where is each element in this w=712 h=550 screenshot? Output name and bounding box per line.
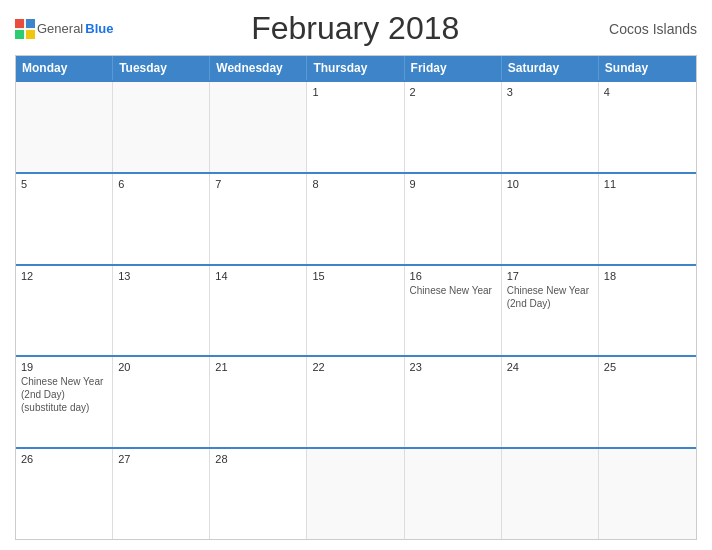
day-number: 12: [21, 270, 107, 282]
day-number: 19: [21, 361, 107, 373]
calendar-cell: [113, 82, 210, 172]
day-header-monday: Monday: [16, 56, 113, 80]
calendar-cell: 24: [502, 357, 599, 447]
calendar-week-5: 262728: [16, 447, 696, 539]
calendar-cell: 15: [307, 266, 404, 356]
calendar-week-1: 1234: [16, 80, 696, 172]
day-number: 22: [312, 361, 398, 373]
day-number: 16: [410, 270, 496, 282]
calendar-body: 12345678910111213141516Chinese New Year1…: [16, 80, 696, 539]
calendar-week-3: 1213141516Chinese New Year17Chinese New …: [16, 264, 696, 356]
calendar-cell: 4: [599, 82, 696, 172]
calendar-cell: 25: [599, 357, 696, 447]
calendar-cell: 11: [599, 174, 696, 264]
calendar-week-2: 567891011: [16, 172, 696, 264]
calendar-cell: 12: [16, 266, 113, 356]
day-number: 27: [118, 453, 204, 465]
day-number: 4: [604, 86, 691, 98]
day-number: 2: [410, 86, 496, 98]
calendar-cell: 1: [307, 82, 404, 172]
day-event: Chinese New Year (2nd Day): [21, 375, 107, 401]
calendar-cell: [16, 82, 113, 172]
day-number: 5: [21, 178, 107, 190]
calendar-cell: 3: [502, 82, 599, 172]
day-event: Chinese New Year (2nd Day): [507, 284, 593, 310]
calendar-cell: 14: [210, 266, 307, 356]
country-name: Cocos Islands: [597, 21, 697, 37]
day-number: 9: [410, 178, 496, 190]
day-number: 15: [312, 270, 398, 282]
svg-rect-0: [15, 19, 24, 28]
calendar-cell: 28: [210, 449, 307, 539]
day-number: 14: [215, 270, 301, 282]
day-header-friday: Friday: [405, 56, 502, 80]
day-number: 3: [507, 86, 593, 98]
calendar-cell: 6: [113, 174, 210, 264]
day-number: 7: [215, 178, 301, 190]
day-header-saturday: Saturday: [502, 56, 599, 80]
day-number: 26: [21, 453, 107, 465]
svg-rect-1: [26, 19, 35, 28]
calendar-cell: 26: [16, 449, 113, 539]
logo: GeneralBlue: [15, 19, 113, 39]
calendar-page: GeneralBlue February 2018 Cocos Islands …: [0, 0, 712, 550]
calendar-cell: [210, 82, 307, 172]
day-number: 8: [312, 178, 398, 190]
day-number: 10: [507, 178, 593, 190]
day-number: 1: [312, 86, 398, 98]
day-number: 23: [410, 361, 496, 373]
logo-icon: [15, 19, 35, 39]
calendar-cell: [599, 449, 696, 539]
day-header-tuesday: Tuesday: [113, 56, 210, 80]
day-number: 13: [118, 270, 204, 282]
calendar-cell: 16Chinese New Year: [405, 266, 502, 356]
calendar-cell: 10: [502, 174, 599, 264]
calendar-cell: [405, 449, 502, 539]
calendar-title: February 2018: [113, 10, 597, 47]
day-header-sunday: Sunday: [599, 56, 696, 80]
calendar-cell: 23: [405, 357, 502, 447]
logo-general: General: [37, 21, 83, 36]
calendar-cell: 18: [599, 266, 696, 356]
calendar-cell: 21: [210, 357, 307, 447]
day-number: 28: [215, 453, 301, 465]
day-number: 21: [215, 361, 301, 373]
svg-rect-3: [26, 29, 35, 38]
day-header-wednesday: Wednesday: [210, 56, 307, 80]
calendar-cell: 9: [405, 174, 502, 264]
day-number: 20: [118, 361, 204, 373]
calendar-cell: 22: [307, 357, 404, 447]
day-event: (substitute day): [21, 401, 107, 414]
calendar-cell: 17Chinese New Year (2nd Day): [502, 266, 599, 356]
calendar-cell: 27: [113, 449, 210, 539]
calendar-header: MondayTuesdayWednesdayThursdayFridaySatu…: [16, 56, 696, 80]
day-number: 6: [118, 178, 204, 190]
calendar-cell: 20: [113, 357, 210, 447]
calendar-cell: 19Chinese New Year (2nd Day)(substitute …: [16, 357, 113, 447]
calendar-cell: 8: [307, 174, 404, 264]
calendar-cell: 7: [210, 174, 307, 264]
calendar-cell: 5: [16, 174, 113, 264]
calendar-cell: [502, 449, 599, 539]
calendar-cell: 2: [405, 82, 502, 172]
svg-rect-2: [15, 29, 24, 38]
day-header-thursday: Thursday: [307, 56, 404, 80]
day-number: 11: [604, 178, 691, 190]
header: GeneralBlue February 2018 Cocos Islands: [15, 10, 697, 47]
day-event: Chinese New Year: [410, 284, 496, 297]
calendar-week-4: 19Chinese New Year (2nd Day)(substitute …: [16, 355, 696, 447]
day-number: 24: [507, 361, 593, 373]
calendar-cell: 13: [113, 266, 210, 356]
day-number: 25: [604, 361, 691, 373]
day-number: 17: [507, 270, 593, 282]
day-number: 18: [604, 270, 691, 282]
calendar: MondayTuesdayWednesdayThursdayFridaySatu…: [15, 55, 697, 540]
calendar-cell: [307, 449, 404, 539]
logo-blue: Blue: [85, 21, 113, 36]
